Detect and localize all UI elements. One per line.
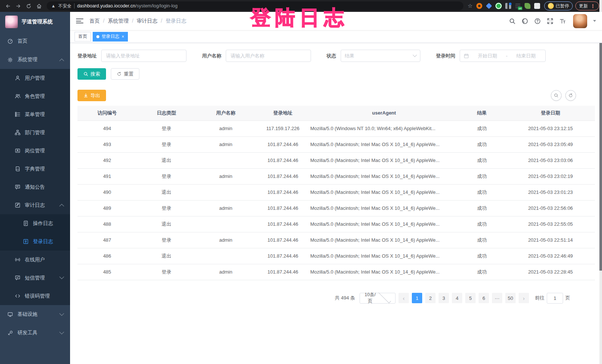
login-address-input[interactable] bbox=[101, 50, 186, 62]
column-header[interactable]: userAgent bbox=[310, 106, 458, 120]
date-range-picker[interactable]: 开始日期 - 结束日期 bbox=[460, 50, 546, 62]
extension-icon[interactable] bbox=[494, 1, 503, 10]
profile-paused-badge[interactable]: 已暂停 bbox=[544, 1, 573, 10]
sidebar-logo-row[interactable]: 芋道管理系统 bbox=[0, 12, 70, 32]
extension-icon[interactable] bbox=[484, 1, 493, 10]
next-page-button[interactable]: › bbox=[519, 293, 529, 303]
search-button[interactable]: 搜索 bbox=[77, 68, 106, 80]
sidebar-item[interactable]: 通知公告 bbox=[0, 178, 70, 196]
table-body: 494 登录 admin 117.159.17.226 Mozilla/5.0 … bbox=[77, 120, 595, 280]
sidebar-item[interactable]: 在线用户 bbox=[0, 251, 70, 269]
sidebar-item[interactable]: 首页 bbox=[0, 32, 70, 50]
chevron-icon bbox=[59, 330, 64, 334]
page-button[interactable]: 6 bbox=[479, 293, 489, 303]
page-button[interactable]: 1 bbox=[412, 293, 422, 303]
sidebar-item[interactable]: 角色管理 bbox=[0, 87, 70, 105]
font-size-icon[interactable] bbox=[559, 17, 566, 25]
column-header[interactable]: 结果 bbox=[458, 106, 506, 120]
table-row[interactable]: 485 登录 admin 101.87.244.46 Mozilla/5.0 (… bbox=[77, 264, 595, 280]
breadcrumb-item[interactable]: 系统管理 bbox=[108, 18, 133, 24]
avatar-dropdown-caret-icon[interactable] bbox=[593, 20, 596, 22]
tab[interactable]: 首页 bbox=[75, 32, 91, 42]
table-row[interactable]: 493 登录 admin 101.87.244.46 Mozilla/5.0 (… bbox=[77, 136, 595, 152]
column-header[interactable]: 日志类型 bbox=[137, 106, 196, 120]
browser-reload-icon[interactable] bbox=[24, 1, 33, 11]
user-avatar[interactable] bbox=[573, 14, 587, 28]
status-select[interactable]: 结果 bbox=[341, 50, 420, 62]
sidebar-item[interactable]: 岗位管理 bbox=[0, 142, 70, 160]
sidebar-item[interactable]: 错误码管理 bbox=[0, 287, 70, 305]
sidebar-item[interactable]: 短信管理 bbox=[0, 269, 70, 287]
table-row[interactable]: 490 退出 101.87.244.46 Mozilla/5.0 (Macint… bbox=[77, 184, 595, 200]
scrollbar-thumb[interactable] bbox=[599, 22, 602, 271]
sidebar-item[interactable]: 系统管理 bbox=[0, 50, 70, 69]
github-icon[interactable] bbox=[521, 17, 529, 25]
page-buttons: 123456···50 bbox=[412, 293, 516, 303]
sidebar-item[interactable]: 登录日志 bbox=[0, 232, 70, 251]
browser-menu-icon[interactable]: ⋮ bbox=[591, 3, 595, 9]
table-row[interactable]: 488 退出 101.87.244.46 Mozilla/5.0 (Macint… bbox=[77, 216, 595, 232]
extension-icon[interactable] bbox=[523, 1, 532, 10]
table-row[interactable]: 487 登录 admin 101.87.244.46 Mozilla/5.0 (… bbox=[77, 232, 595, 248]
cell-result: 成功 bbox=[458, 264, 506, 280]
hamburger-icon[interactable] bbox=[76, 19, 83, 23]
tab[interactable]: 登录日志 × bbox=[93, 32, 128, 42]
page-button[interactable]: 50 bbox=[505, 293, 516, 303]
browser-forward-icon[interactable] bbox=[13, 1, 23, 11]
sidebar-item[interactable]: 审计日志 bbox=[0, 196, 70, 214]
table-row[interactable]: 491 登录 admin 101.87.244.46 Mozilla/5.0 (… bbox=[77, 168, 595, 184]
help-icon[interactable] bbox=[534, 17, 541, 25]
sidebar-item[interactable]: 部门管理 bbox=[0, 123, 70, 142]
export-button[interactable]: 导出 bbox=[77, 90, 106, 101]
extension-icon[interactable]: on bbox=[513, 1, 522, 10]
sidebar-item[interactable]: 研发工具 bbox=[0, 324, 70, 342]
toggle-search-button[interactable] bbox=[551, 90, 562, 101]
extensions-puzzle-icon[interactable] bbox=[533, 1, 542, 10]
extension-icon[interactable] bbox=[475, 1, 484, 10]
scrollbar-track[interactable] bbox=[599, 0, 602, 364]
column-header[interactable]: 用户名称 bbox=[196, 106, 255, 120]
sidebar-item[interactable]: 字典管理 bbox=[0, 160, 70, 178]
browser-back-icon[interactable] bbox=[3, 1, 13, 11]
table-row[interactable]: 492 退出 101.87.244.46 Mozilla/5.0 (Macint… bbox=[77, 152, 595, 168]
breadcrumb-item[interactable]: 审计日志 bbox=[137, 18, 162, 24]
bookmark-star-icon[interactable]: ☆ bbox=[466, 3, 474, 9]
browser-home-icon[interactable] bbox=[34, 1, 44, 11]
page-button[interactable]: 4 bbox=[452, 293, 462, 303]
page-button[interactable]: 3 bbox=[439, 293, 449, 303]
page-button[interactable]: ··· bbox=[492, 293, 502, 303]
column-header[interactable]: 登录日期 bbox=[506, 106, 595, 120]
sidebar-item[interactable]: 菜单管理 bbox=[0, 105, 70, 123]
page-button[interactable]: 2 bbox=[425, 293, 436, 303]
tab-close-icon[interactable]: × bbox=[122, 34, 124, 39]
search-icon[interactable] bbox=[509, 17, 516, 25]
fullscreen-icon[interactable] bbox=[546, 17, 554, 25]
sidebar-item[interactable]: 基础设施 bbox=[0, 305, 70, 324]
page-content: 登录地址 用户名称 状态 结果 登 bbox=[70, 43, 602, 364]
page-size-select[interactable]: 10条/页 bbox=[360, 293, 396, 304]
prev-page-button[interactable]: ‹ bbox=[398, 293, 409, 303]
reset-button[interactable]: 重置 bbox=[111, 68, 139, 80]
goto-page-input[interactable] bbox=[547, 293, 563, 304]
cell-result: 成功 bbox=[458, 200, 506, 216]
table-row[interactable]: 494 登录 admin 117.159.17.226 Mozilla/5.0 … bbox=[77, 120, 595, 136]
address-bar[interactable]: ▲ 不安全 dashboard.yudao.iocoder.cn/system/… bbox=[47, 1, 463, 10]
browser-update-button[interactable]: 更新 ⋮ bbox=[575, 1, 599, 10]
breadcrumb-item[interactable]: 登录日志 bbox=[166, 18, 186, 24]
cell-log-type: 登录 bbox=[137, 232, 196, 248]
page-button[interactable]: 5 bbox=[465, 293, 476, 303]
username-input[interactable] bbox=[226, 50, 311, 62]
sidebar-item[interactable]: 用户管理 bbox=[0, 69, 70, 87]
chevron-icon bbox=[59, 58, 64, 63]
cell-id: 492 bbox=[77, 152, 137, 168]
search-icon bbox=[83, 72, 88, 76]
sidebar-item[interactable]: 操作日志 bbox=[0, 214, 70, 232]
table-row[interactable]: 486 退出 101.87.244.46 Mozilla/5.0 (Macint… bbox=[77, 248, 595, 264]
column-header[interactable]: 访问编号 bbox=[77, 106, 137, 120]
refresh-table-button[interactable] bbox=[565, 90, 576, 101]
table-row[interactable]: 489 登录 admin 101.87.244.46 Mozilla/5.0 (… bbox=[77, 200, 595, 216]
extension-icon[interactable] bbox=[504, 1, 513, 10]
column-header[interactable]: 登录地址 bbox=[255, 106, 310, 120]
sms-icon bbox=[15, 275, 20, 281]
breadcrumb-item[interactable]: 首页 bbox=[89, 18, 105, 24]
